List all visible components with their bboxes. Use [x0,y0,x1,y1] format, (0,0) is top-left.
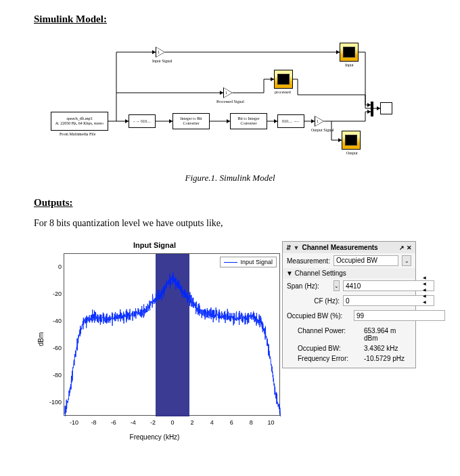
block-int-to-bit: Integer to Bit Converter [172,113,210,129]
legend-line-icon [224,262,237,263]
block-from-multimedia-file: speech_dft.mp3 A: 22050 Hz, 64 Kbps, ste… [51,112,108,131]
scope-input [340,43,359,62]
channel-measurements-panel: ⇵ ▼ Channel Measurements ↗ ✕ Measurement… [282,241,416,368]
chevron-down-icon[interactable]: ⌄ [334,280,340,291]
scope-processed [274,70,293,89]
select-measurement[interactable]: Occupied BW [334,255,398,266]
heading-outputs: Outputs: [34,197,426,209]
label-obw-pct: Occupied BW (%): [287,312,350,320]
chevron-down-icon[interactable]: ⌄ [402,255,411,266]
gain-value-1a: 1 [158,50,160,54]
label-span: Span (Hz): [287,282,330,290]
simulink-diagram: speech_dft.mp3 A: 22050 Hz, 64 Kbps, ste… [34,32,426,167]
block-bit-to-int: Bit to Integer Converter [230,113,267,129]
pin-icon[interactable]: ⇵ ▼ [286,244,299,251]
block-dequantizer: 010… →⌐ [277,114,304,128]
legend: Input Signal [220,257,277,267]
label-cf: CF (Hz): [287,297,340,305]
source-filename: speech_dft.mp3 [66,116,92,121]
body-text-quantization: For 8 bits quantization level we have ou… [34,218,426,229]
panel-close-icons[interactable]: ↗ ✕ [399,244,412,251]
heading-simulink-model: Simulink Model: [34,14,426,25]
scope-output [342,131,361,150]
input-cf[interactable] [343,295,434,306]
block-quantizer: ⌐→ 010… [129,114,156,128]
label-scope-output: Output [346,151,358,155]
readout-frequency-error: Frequency Error:-10.5729 pHz [283,353,415,364]
label-processed-signal: Processed Signal [216,100,244,104]
panel-title-text: Channel Measurements [302,244,377,251]
readout-occupied-bw: Occupied BW:3.4362 kHz [283,343,415,353]
scroll-grip-icon[interactable]: ◀◀◀◀◀ [423,275,426,304]
label-scope-processed: processed [275,90,291,94]
readout-channel-power: Channel Power:653.964 m dBm [283,326,415,343]
legend-label: Input Signal [240,259,273,265]
label-scope-input: Input [345,63,354,67]
spectrum-plot: Input Signal dBm Input Signal 0-20-40-60… [34,241,275,437]
label-output-signal: Output Signal [311,128,334,132]
y-axis-label: dBm [37,332,45,347]
block-mux [371,102,373,116]
label-measurement: Measurement: [287,257,330,265]
x-axis-label: Frequency (kHz) [34,433,275,441]
source-props: A: 22050 Hz, 64 Kbps, stereo [55,121,104,126]
plot-title: Input Signal [34,241,275,249]
panel-titlebar: ⇵ ▼ Channel Measurements ↗ ✕ [283,242,415,253]
channel-settings-header[interactable]: ▼ Channel Settings [283,268,415,278]
label-from-multimedia: From Multimedia File [60,132,95,136]
input-obw-pct[interactable] [354,310,445,321]
input-span[interactable] [343,280,434,291]
label-input-signal: Input Signal [152,59,172,63]
plot-axes: Input Signal 0-20-40-60-80-100-10-8-6-4-… [64,253,280,416]
block-scope-mux [380,102,392,114]
gain-value-1b: 1 [225,91,227,95]
gain-value-1c: 1 [317,119,319,123]
figure-caption: Figure.1. Simulink Model [34,173,426,183]
